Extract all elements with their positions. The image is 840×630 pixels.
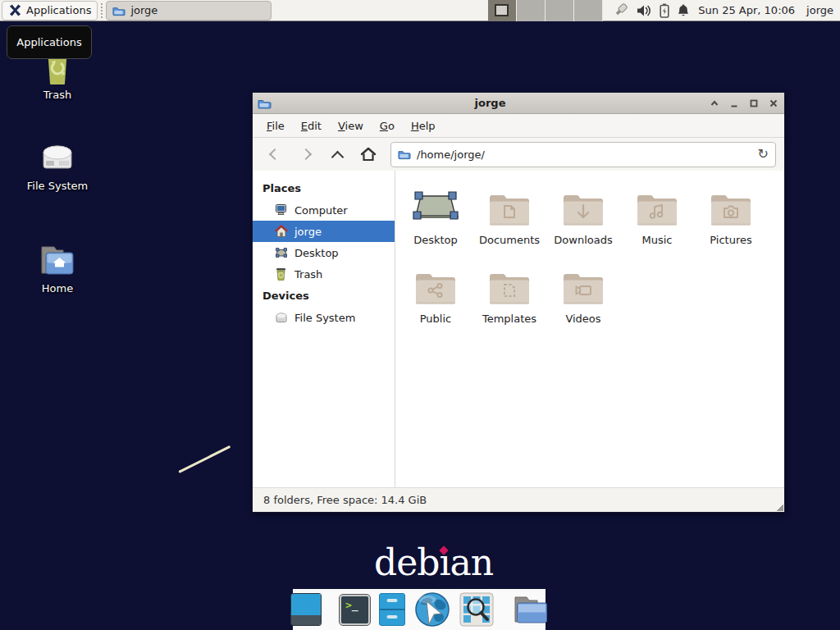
workspace-1[interactable] xyxy=(488,0,517,21)
workspace-4[interactable] xyxy=(574,0,603,21)
file-cabinet-icon xyxy=(379,593,405,626)
folder-desktop[interactable]: Desktop xyxy=(399,184,472,262)
show-desktop-icon xyxy=(290,593,322,626)
close-button[interactable] xyxy=(768,98,779,109)
show-desktop-button[interactable] xyxy=(290,593,322,626)
statusbar: 8 folders, Free space: 14.4 GiB xyxy=(253,487,784,512)
home-button[interactable] xyxy=(354,142,382,167)
sidebar-devices-header: Devices xyxy=(253,285,395,307)
path-text[interactable]: /home/jorge/ xyxy=(417,148,752,161)
resize-grip[interactable] xyxy=(777,504,783,511)
desktop-icon-label: Trash xyxy=(12,89,103,101)
desktop-icon-label: File System xyxy=(12,180,103,192)
folder-public[interactable]: Public xyxy=(399,262,472,341)
file-manager-launcher[interactable] xyxy=(379,593,405,626)
terminal-launcher[interactable]: >_ xyxy=(340,595,370,625)
bell-icon[interactable] xyxy=(677,3,690,17)
menu-help[interactable]: Help xyxy=(404,116,443,135)
up-button[interactable] xyxy=(323,142,351,167)
sidebar-item-trash[interactable]: Trash xyxy=(253,263,395,285)
desktop-icon-home[interactable]: Home xyxy=(12,242,103,294)
pictures-folder-icon xyxy=(709,184,753,226)
panel-clock[interactable]: Sun 25 Apr, 10:06 xyxy=(698,4,795,16)
sidebar-item-computer[interactable]: Computer xyxy=(253,199,395,221)
workspace-2[interactable] xyxy=(517,0,546,21)
home-icon xyxy=(274,225,288,239)
debian-logo-i: ı xyxy=(439,541,450,583)
file-manager-window: jorge File Edit View Go Help xyxy=(252,92,785,513)
task-folder-icon xyxy=(112,5,126,16)
path-field[interactable]: /home/jorge/ ↻ xyxy=(390,142,776,167)
sidebar-item-filesystem[interactable]: File System xyxy=(253,307,395,328)
folder-videos[interactable]: Videos xyxy=(546,262,620,341)
menu-file[interactable]: File xyxy=(259,116,292,135)
terminal-icon: >_ xyxy=(340,595,370,625)
folder-label: Music xyxy=(642,234,673,246)
top-panel: Applications jorge xyxy=(0,0,840,21)
maximize-button[interactable] xyxy=(748,98,760,109)
folder-downloads[interactable]: Downloads xyxy=(546,184,620,262)
videos-folder-icon xyxy=(561,262,605,305)
trash-icon xyxy=(274,267,288,281)
folder-documents[interactable]: Documents xyxy=(472,184,546,262)
tray-utility-icon[interactable] xyxy=(613,2,629,18)
workspace-3[interactable] xyxy=(546,0,574,21)
desktop: Applications jorge xyxy=(0,0,840,630)
minimize-button[interactable] xyxy=(728,98,740,109)
harddrive-icon xyxy=(274,311,288,325)
globe-browser-icon xyxy=(414,591,450,628)
workspace-window-thumb xyxy=(495,4,509,16)
folder-templates[interactable]: Templates xyxy=(472,262,546,341)
sidebar-item-label: jorge xyxy=(294,226,322,238)
folder-music[interactable]: Music xyxy=(620,184,694,262)
window-folder-icon xyxy=(258,98,272,109)
folder-launcher[interactable] xyxy=(512,593,548,626)
folder-label: Public xyxy=(420,313,451,325)
battery-icon[interactable] xyxy=(660,3,669,18)
applications-menu-button[interactable]: Applications xyxy=(2,1,98,21)
window-titlebar[interactable]: jorge xyxy=(253,93,784,114)
window-title: jorge xyxy=(272,97,709,109)
web-browser-launcher[interactable] xyxy=(414,591,450,628)
dock: >_ xyxy=(293,589,546,630)
folder-label: Desktop xyxy=(413,234,458,246)
sidebar-item-home[interactable]: jorge xyxy=(253,221,395,242)
desktop-surface-icon xyxy=(412,184,459,226)
public-folder-icon xyxy=(413,262,458,305)
folder-pictures[interactable]: Pictures xyxy=(694,184,768,262)
app-finder-icon xyxy=(459,592,494,627)
applications-menu-label: Applications xyxy=(26,4,91,16)
folder-label: Pictures xyxy=(710,234,751,246)
reload-icon[interactable]: ↻ xyxy=(758,148,769,161)
sidebar-item-desktop[interactable]: Desktop xyxy=(253,242,395,263)
path-folder-icon xyxy=(398,148,411,160)
menu-edit[interactable]: Edit xyxy=(294,116,329,135)
app-finder-launcher[interactable] xyxy=(459,592,494,627)
templates-folder-icon xyxy=(487,262,532,305)
toolbar: /home/jorge/ ↻ xyxy=(253,138,784,171)
sidebar-item-label: Desktop xyxy=(294,247,339,259)
computer-icon xyxy=(274,203,288,217)
tooltip-text: Applications xyxy=(16,36,81,48)
folder-label: Videos xyxy=(565,313,600,325)
desktop-icon xyxy=(274,246,288,260)
documents-folder-icon xyxy=(487,184,532,226)
home-folder-icon xyxy=(12,242,103,278)
panel-handle[interactable] xyxy=(99,3,103,18)
shade-button[interactable] xyxy=(709,98,720,109)
forward-button[interactable] xyxy=(292,142,320,167)
menu-view[interactable]: View xyxy=(331,116,371,135)
status-text: 8 folders, Free space: 14.4 GiB xyxy=(263,494,427,506)
menu-go[interactable]: Go xyxy=(372,116,402,135)
debian-logo: debıan xyxy=(374,541,493,583)
folder-label: Templates xyxy=(482,313,536,325)
volume-icon[interactable] xyxy=(637,4,652,17)
desktop-icon-filesystem[interactable]: File System xyxy=(12,141,103,192)
back-button[interactable] xyxy=(261,142,289,167)
taskbar-window-button[interactable]: jorge xyxy=(106,1,272,21)
panel-username[interactable]: jorge xyxy=(806,4,833,16)
downloads-folder-icon xyxy=(561,184,605,226)
cursor-trail-line xyxy=(178,445,231,473)
music-folder-icon xyxy=(635,184,679,226)
workspace-switcher[interactable] xyxy=(488,0,603,21)
